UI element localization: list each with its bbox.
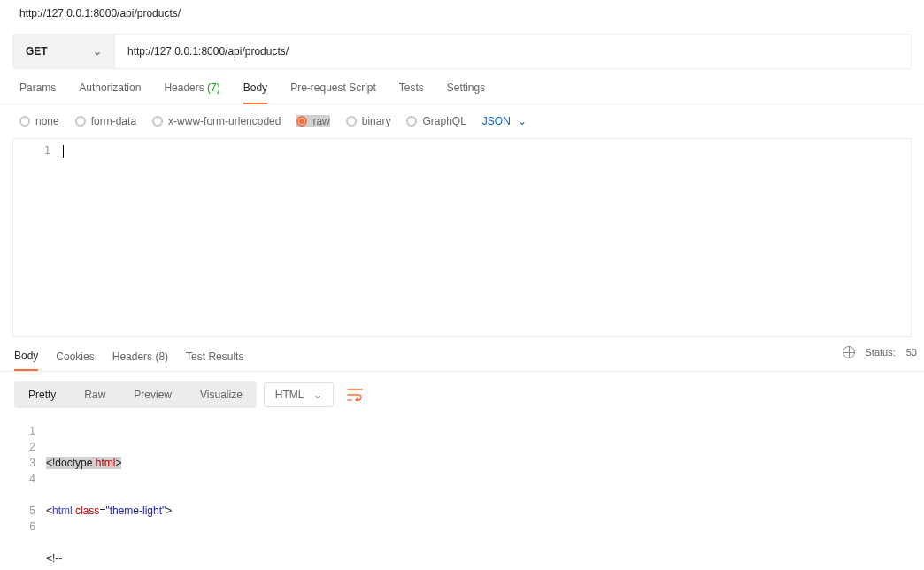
view-raw[interactable]: Raw [70, 381, 119, 408]
format-label: HTML [275, 389, 304, 401]
chevron-down-icon: ⌄ [93, 45, 102, 58]
tab-headers[interactable]: Headers (7) [164, 81, 219, 104]
editor-code[interactable] [59, 139, 911, 336]
response-meta: Status: 50 [843, 346, 918, 358]
tab-tests[interactable]: Tests [399, 81, 424, 104]
raw-language-label: JSON [482, 115, 511, 127]
chevron-down-icon: ⌄ [313, 389, 322, 401]
radio-formdata[interactable]: form-data [75, 115, 136, 127]
chevron-down-icon: ⌄ [518, 115, 527, 127]
radio-binary[interactable]: binary [346, 115, 391, 127]
method-selector[interactable]: GET ⌄ [13, 35, 115, 68]
tab-settings[interactable]: Settings [447, 81, 485, 104]
request-tab-title: http://127.0.0.1:8000/api/products/ [0, 0, 924, 27]
radio-icon [406, 116, 417, 127]
wrap-icon [347, 389, 363, 401]
radio-icon [152, 116, 163, 127]
tab-prerequest[interactable]: Pre-request Script [290, 81, 376, 104]
editor-gutter: 1 [13, 139, 59, 336]
method-label: GET [26, 45, 48, 58]
response-gutter: 1 2 3 4 5 6 [0, 423, 46, 570]
tab-body[interactable]: Body [243, 81, 267, 104]
radio-icon [19, 116, 30, 127]
body-options: none form-data x-www-form-urlencoded raw… [0, 104, 924, 138]
view-visualize[interactable]: Visualize [186, 381, 257, 408]
status-code: 50 [906, 347, 917, 358]
radio-graphql[interactable]: GraphQL [406, 115, 466, 127]
view-segmented: Pretty Raw Preview Visualize [14, 381, 257, 408]
radio-icon [296, 116, 307, 127]
view-preview[interactable]: Preview [119, 381, 186, 408]
tab-authorization[interactable]: Authorization [79, 81, 141, 104]
request-tabs: Params Authorization Headers (7) Body Pr… [0, 69, 924, 104]
response-view-row: Pretty Raw Preview Visualize HTML ⌄ [0, 371, 924, 418]
tab-params[interactable]: Params [19, 81, 56, 104]
resp-headers-count: (8) [155, 350, 168, 363]
response-body-editor[interactable]: 1 2 3 4 5 6 <!doctype html> <html class=… [0, 418, 924, 570]
resp-tab-headers[interactable]: Headers (8) [112, 350, 168, 370]
wrap-lines-button[interactable] [341, 381, 369, 409]
globe-icon[interactable] [843, 346, 855, 358]
request-row: GET ⌄ [12, 34, 912, 69]
radio-raw[interactable]: raw [296, 115, 329, 127]
caret-icon [63, 145, 64, 158]
status-label: Status: [866, 347, 896, 358]
resp-tab-tests[interactable]: Test Results [186, 350, 243, 370]
raw-language-dropdown[interactable]: JSON ⌄ [482, 115, 527, 127]
resp-tab-body[interactable]: Body [14, 350, 38, 371]
tab-headers-label: Headers [164, 81, 204, 94]
request-body-editor[interactable]: 1 [12, 138, 912, 337]
resp-headers-label: Headers [112, 350, 152, 363]
url-input[interactable] [115, 35, 911, 68]
response-tabs: Body Cookies Headers (8) Test Results St… [0, 337, 924, 371]
resp-tab-cookies[interactable]: Cookies [56, 350, 94, 370]
radio-none[interactable]: none [19, 115, 59, 127]
radio-icon [75, 116, 86, 127]
response-format-dropdown[interactable]: HTML ⌄ [264, 382, 334, 407]
radio-icon [346, 116, 357, 127]
view-pretty[interactable]: Pretty [14, 381, 70, 408]
headers-count: (7) [207, 81, 220, 94]
response-code: <!doctype html> <html class="theme-light… [46, 423, 924, 570]
radio-xwww[interactable]: x-www-form-urlencoded [152, 115, 281, 127]
